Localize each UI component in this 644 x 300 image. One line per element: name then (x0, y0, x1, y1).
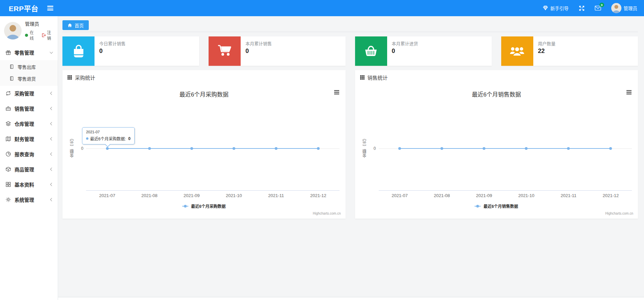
guide-button[interactable]: 新手引导 (543, 5, 569, 11)
sidebar-item-retail-outbound[interactable]: 零售出库 (0, 61, 58, 73)
series-dot-icon (86, 137, 88, 140)
x-axis-tick: 2021-11 (561, 193, 576, 198)
y-axis-tick: 0 (76, 146, 83, 151)
home-icon (68, 23, 72, 28)
sidebar-item-basic-data[interactable]: 基本资料 (0, 177, 58, 192)
data-point[interactable] (106, 147, 109, 150)
sidebar-item-purchase[interactable]: 采购管理 (0, 86, 58, 101)
basket-icon (355, 36, 387, 66)
stat-card-today-sales[interactable]: 今日累计销售 0 (62, 36, 199, 66)
app-brand[interactable]: ERP平台 (9, 3, 38, 13)
fullscreen-button[interactable] (579, 5, 585, 11)
chart-tooltip: 2021-07 最近6个月采购数据: 0 (82, 127, 135, 144)
stat-label: 今日累计销售 (99, 40, 126, 47)
purchase-stats-panel: 采购统计 最近6个月采购数据 金额（元） 0 2021-07 (62, 70, 346, 219)
sidebar: 管理员 在线 注销 零售管理 零售出库 (0, 16, 58, 300)
box-icon (5, 166, 11, 172)
y-axis-label: 金额（元） (69, 136, 75, 158)
x-axis-tick: 2021-10 (226, 193, 242, 198)
sidebar-user-name: 管理员 (25, 20, 55, 27)
repeat-icon (5, 90, 11, 97)
data-point[interactable] (275, 147, 277, 150)
data-point[interactable] (148, 147, 151, 150)
x-axis-tick: 2021-08 (141, 193, 158, 198)
tooltip-header: 2021-07 (86, 130, 131, 134)
data-point[interactable] (609, 147, 612, 150)
sidebar-item-label: 零售管理 (15, 49, 34, 56)
stat-card-month-purchase[interactable]: 本月累计进货 0 (355, 36, 492, 66)
x-axis-tick: 2021-12 (310, 193, 326, 198)
user-menu[interactable]: 管理员 (611, 3, 638, 13)
stat-label: 用户数量 (538, 40, 556, 47)
grid-icon (5, 182, 11, 188)
x-axis-line (379, 190, 632, 191)
data-point[interactable] (233, 147, 235, 150)
legend-label: 最近6个月销售数据 (483, 203, 518, 209)
sidebar-item-retail[interactable]: 零售管理 (0, 45, 58, 60)
tooltip-series-label: 最近6个月采购数据: (90, 136, 126, 141)
chart-panels-row: 采购统计 最近6个月采购数据 金额（元） 0 2021-07 (62, 70, 638, 219)
stat-label: 本月累计进货 (392, 40, 418, 47)
th-grid-icon (68, 75, 72, 80)
navbar-right: 新手引导 0 管理员 (543, 3, 638, 13)
journal-icon (8, 76, 15, 82)
data-point[interactable] (190, 147, 193, 150)
sidebar-item-products[interactable]: 商品管理 (0, 162, 58, 177)
data-point[interactable] (483, 147, 485, 150)
ledger-icon (5, 136, 11, 142)
x-axis-tick: 2021-08 (434, 193, 450, 198)
sidebar-menu: 零售管理 零售出库 零售退货 采购管理 销售管理 (0, 45, 58, 207)
sidebar-item-finance[interactable]: 财务管理 (0, 131, 58, 146)
stat-cards-row: 今日累计销售 0 本月累计销售 0 本月累计进货 0 (62, 36, 638, 66)
sidebar-item-sales[interactable]: 销售管理 (0, 101, 58, 116)
data-point[interactable] (398, 147, 401, 150)
x-axis-tick: 2021-07 (99, 193, 115, 198)
stat-value: 0 (99, 48, 126, 55)
sidebar-item-reports[interactable]: 报表查询 (0, 146, 58, 162)
series-line (107, 148, 318, 149)
sidebar-item-label: 报表查询 (15, 151, 34, 158)
chart-menu-button[interactable] (333, 89, 340, 96)
sidebar-item-system[interactable]: 系统管理 (0, 192, 58, 207)
gem-icon (543, 5, 548, 11)
users-icon (501, 36, 533, 66)
chart-menu-button[interactable] (625, 89, 633, 96)
chevron-left-icon (50, 122, 54, 126)
sidebar-item-label: 财务管理 (15, 135, 34, 142)
data-point[interactable] (440, 147, 443, 150)
stat-value: 0 (392, 48, 418, 55)
th-grid-icon (360, 75, 365, 80)
sidebar-toggle-icon[interactable] (47, 6, 53, 10)
chevron-left-icon (50, 168, 54, 171)
x-axis-tick: 2021-07 (392, 193, 408, 198)
tab-home[interactable]: 首页 (62, 20, 89, 30)
x-axis-tick: 2021-10 (518, 193, 534, 198)
highcharts-credits[interactable]: Highcharts.com.cn (313, 212, 341, 215)
messages-button[interactable]: 0 (595, 5, 601, 11)
highcharts-credits[interactable]: Highcharts.com.cn (605, 212, 633, 215)
data-point[interactable] (317, 147, 320, 150)
pie-chart-icon (5, 151, 11, 157)
x-axis-tick: 2021-12 (603, 193, 619, 198)
purchase-chart: 最近6个月采购数据 金额（元） 0 2021-07 2021-08 2021- (62, 84, 346, 218)
sidebar-item-retail-return[interactable]: 零售退货 (0, 73, 58, 84)
sidebar-item-label: 仓库管理 (15, 120, 34, 127)
footer (58, 297, 644, 300)
avatar (4, 22, 22, 39)
legend-item[interactable]: 最近6个月采购数据 (62, 203, 346, 209)
chevron-left-icon (50, 198, 54, 201)
x-axis-line (86, 190, 340, 191)
chevron-left-icon (50, 137, 54, 141)
data-point[interactable] (567, 147, 570, 150)
message-count-badge: 0 (599, 3, 604, 7)
stat-card-user-count[interactable]: 用户数量 22 (501, 36, 638, 66)
sidebar-item-warehouse[interactable]: 仓库管理 (0, 116, 58, 131)
panel-title: 销售统计 (368, 74, 388, 81)
sidebar-item-label: 系统管理 (15, 196, 34, 203)
logout-button[interactable]: 注销 (42, 29, 55, 41)
chart-title: 最近6个月销售数据 (355, 90, 638, 98)
data-point[interactable] (525, 147, 528, 150)
stat-card-month-sales[interactable]: 本月累计销售 0 (209, 36, 345, 66)
legend-item[interactable]: 最近6个月销售数据 (355, 203, 638, 209)
y-axis-label: 金额（元） (362, 136, 368, 158)
